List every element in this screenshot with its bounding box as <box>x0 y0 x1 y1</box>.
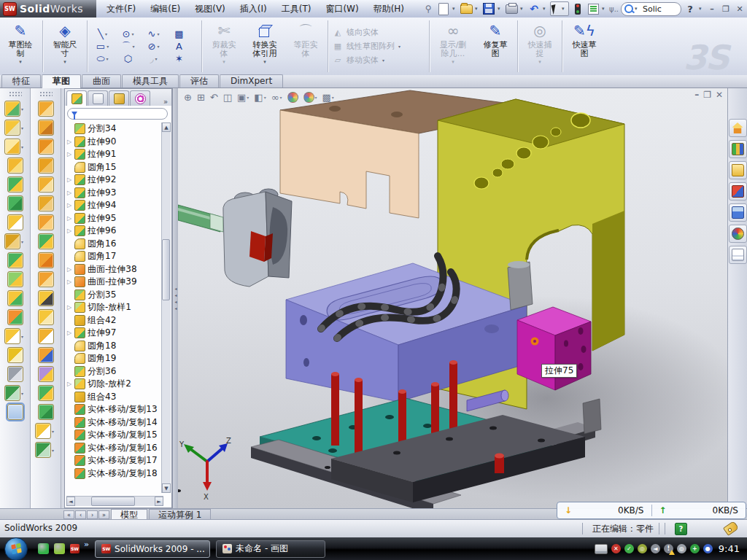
view-orientation-icon[interactable]: ▣▾ <box>237 92 249 103</box>
tab-nav-3[interactable]: » <box>98 510 109 519</box>
revolved-cut-button[interactable] <box>38 118 54 137</box>
tree-item-0[interactable]: 分割34 <box>66 122 163 136</box>
ellipse-tool[interactable]: ⊘▾ <box>142 42 166 52</box>
network-globe-icon[interactable]: ◍ <box>677 544 686 553</box>
polygon-tool[interactable]: ⬡ <box>116 54 140 64</box>
hscroll-thumb[interactable] <box>91 497 135 506</box>
appearances-scenes-button[interactable] <box>729 225 747 243</box>
doc-close-button[interactable]: ✕ <box>716 90 723 100</box>
line-tool[interactable]: ╲▾ <box>90 29 115 39</box>
ellipse-dropdown[interactable]: ▾ <box>157 44 159 49</box>
menu-item-0[interactable]: 文件(F) <box>99 0 143 18</box>
tree-item-7[interactable]: ▷拉伸95 <box>66 212 163 225</box>
spline-tool-dropdown[interactable]: ▾ <box>21 391 26 396</box>
hole-wizard-button[interactable] <box>7 213 23 232</box>
intersect-button[interactable] <box>7 289 23 308</box>
undo-button[interactable]: ↶ <box>527 2 541 15</box>
apply-scene-icon[interactable]: ▾ <box>303 92 317 103</box>
straight-slot-dropdown[interactable]: ▾ <box>107 56 109 61</box>
quick-launch-overflow[interactable]: » <box>84 540 89 549</box>
dimxpertmanager-tab[interactable] <box>130 90 150 106</box>
menu-item-1[interactable]: 编辑(E) <box>143 0 187 18</box>
volume-icon[interactable]: ◄ <box>651 544 660 553</box>
print-dropdown[interactable]: ▾ <box>520 6 525 12</box>
new-dropdown[interactable]: ▾ <box>452 6 457 12</box>
zoom-to-fit-icon[interactable]: ⊕ <box>184 92 192 103</box>
part-green-rod[interactable] <box>178 205 223 232</box>
tree-item-18[interactable]: 圆角19 <box>66 352 163 365</box>
deform-button[interactable] <box>38 194 54 213</box>
ribbon-tab-2[interactable]: 曲面 <box>82 74 121 88</box>
select-tool-button[interactable]: ▾ <box>550 1 569 16</box>
helix-spiral-button[interactable] <box>38 232 54 251</box>
sketch-picture-tool[interactable]: ▩ <box>167 29 191 39</box>
sketch-dropdown[interactable]: ▾ <box>19 59 22 65</box>
scroll-up-arrow[interactable]: ▲ <box>162 122 171 132</box>
tab-nav-0[interactable]: « <box>63 510 74 519</box>
messenger-icon[interactable] <box>38 543 49 554</box>
expand-arrow-icon[interactable]: ▷ <box>66 202 72 209</box>
menu-item-6[interactable]: 帮助(H) <box>366 0 411 18</box>
lofted-cut-button[interactable] <box>38 156 54 175</box>
toolbar-grip[interactable] <box>39 91 53 96</box>
insert-part-dropdown[interactable]: ▾ <box>21 334 26 339</box>
zoom-to-area-icon[interactable]: ⊞ <box>197 92 205 103</box>
solidworks-toolbox-button[interactable] <box>729 182 747 201</box>
splitter-arrow[interactable]: ◂ <box>174 306 177 311</box>
help-dropdown[interactable]: ▾ <box>699 6 704 12</box>
boundary-boss-button[interactable] <box>7 194 23 213</box>
options-button[interactable] <box>587 2 600 15</box>
tree-item-4[interactable]: ▷拉伸92 <box>66 174 163 187</box>
spline-tool-2-dropdown[interactable]: ▾ <box>52 448 56 453</box>
tree-item-8[interactable]: ▷拉伸96 <box>66 225 163 238</box>
tree-item-9[interactable]: 圆角16 <box>66 238 163 251</box>
centerpoint-arc-tool[interactable]: ⌒▾ <box>116 42 140 52</box>
ribbon-tab-0[interactable]: 特征 <box>1 74 41 88</box>
doc-tab-1[interactable]: 运动算例 1 <box>149 509 211 520</box>
splitter-arrow[interactable]: ◂ <box>174 287 177 291</box>
save-button[interactable] <box>482 2 495 15</box>
scroll-left-arrow[interactable]: ◄ <box>66 497 75 506</box>
expand-arrow-icon[interactable]: ▷ <box>66 139 72 145</box>
fetion-icon[interactable] <box>54 543 65 554</box>
expand-arrow-icon[interactable]: ▷ <box>66 330 72 336</box>
corner-rectangle-tool[interactable]: ▭▾ <box>90 42 115 52</box>
spline-tool-2-button[interactable]: ▾ <box>35 440 56 459</box>
print-button[interactable] <box>505 2 518 15</box>
fillet-dropdown[interactable]: ▾ <box>21 144 26 149</box>
view-orientation-icon-dropdown[interactable]: ▾ <box>247 95 249 100</box>
menu-item-4[interactable]: 工具(T) <box>274 0 319 18</box>
tree-item-11[interactable]: ▷曲面-拉伸38 <box>66 263 163 276</box>
tree-item-25[interactable]: 实体-移动/复制16 <box>66 442 163 455</box>
thicken-button[interactable] <box>38 251 54 270</box>
expand-arrow-icon[interactable]: ▷ <box>66 304 72 311</box>
revolved-boss-button[interactable] <box>38 99 54 118</box>
trim-entities-dropdown[interactable]: ▾ <box>222 59 225 65</box>
minimize-button[interactable]: – <box>706 4 718 15</box>
tree-item-17[interactable]: 圆角18 <box>66 340 163 353</box>
tree-item-10[interactable]: 圆角17 <box>66 250 163 263</box>
tree-item-22[interactable]: 实体-移动/复制13 <box>66 403 163 416</box>
menu-item-3[interactable]: 插入(I) <box>233 0 274 18</box>
tree-item-20[interactable]: ▷切除-放样2 <box>66 378 163 391</box>
doc-restore-button[interactable]: ❐ <box>703 90 711 100</box>
cavity-button[interactable] <box>38 289 54 308</box>
tree-item-3[interactable]: 圆角15 <box>66 161 163 174</box>
health-green-plus-icon[interactable]: + <box>690 544 700 553</box>
taskbar-app-paint[interactable]: 未命名 - 画图 <box>216 540 325 558</box>
shell-button[interactable] <box>38 327 54 346</box>
extruded-cut-button[interactable]: ▾ <box>4 118 26 137</box>
xpress-products-icon[interactable]: ψ.. <box>609 5 619 13</box>
mirror-entities-button[interactable]: ◭镜向实体 <box>333 27 427 38</box>
extruded-boss-base-dropdown[interactable]: ▾ <box>21 106 26 112</box>
bend-button[interactable] <box>38 270 54 289</box>
tab-nav-1[interactable]: ‹ <box>75 510 86 519</box>
new-document-button[interactable] <box>437 2 450 15</box>
display-delete-relations-button[interactable]: ∞ 显示/删 除几... ▾ <box>431 18 475 75</box>
insert-part-button[interactable]: ▾ <box>4 327 26 346</box>
previous-view-icon[interactable]: ↶ <box>210 92 218 103</box>
tooling-split-button[interactable] <box>38 308 54 327</box>
options-dropdown[interactable]: ▾ <box>602 6 607 12</box>
sketch-fillet-dropdown[interactable]: ▾ <box>155 56 158 61</box>
reference-point-dropdown[interactable]: ▾ <box>52 429 56 434</box>
